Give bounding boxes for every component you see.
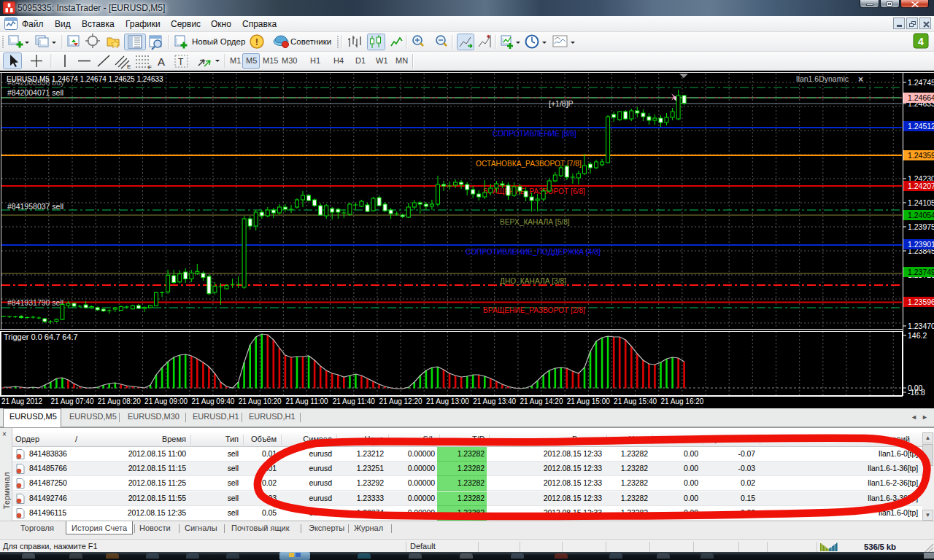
svg-text:СОПРОТИВЛЕНИЕ [8/8]: СОПРОТИВЛЕНИЕ [8/8] — [493, 130, 576, 138]
svg-text:1.23596: 1.23596 — [908, 298, 934, 306]
svg-text:1.24054: 1.24054 — [908, 211, 934, 219]
svg-text:1.24207: 1.24207 — [908, 182, 934, 190]
svg-text:1.24745: 1.24745 — [908, 78, 934, 87]
svg-text:146.2: 146.2 — [908, 331, 927, 340]
svg-text:!: ! — [255, 36, 258, 47]
svg-text:Новый Ордер: Новый Ордер — [192, 37, 245, 46]
svg-text:21 Aug 08:20: 21 Aug 08:20 — [98, 397, 141, 405]
svg-text:21 Aug 07:40: 21 Aug 07:40 — [51, 397, 94, 405]
svg-text:#841958037 sell: #841958037 sell — [7, 202, 63, 211]
svg-text:21 Aug 2012: 21 Aug 2012 — [1, 397, 43, 405]
svg-text:EURUSD,M5 1.24674 1.24674 1.2: EURUSD,M5 1.24674 1.24674 1.24625 1.2463… — [7, 75, 163, 83]
svg-text:1.24359: 1.24359 — [908, 151, 934, 160]
svg-text:A: A — [158, 55, 165, 68]
svg-text:21 Aug 14:20: 21 Aug 14:20 — [520, 397, 563, 405]
svg-text:21 Aug 10:20: 21 Aug 10:20 — [239, 397, 282, 405]
svg-text:4: 4 — [918, 36, 924, 47]
svg-text:1.24512: 1.24512 — [908, 122, 934, 131]
svg-text:1.24105: 1.24105 — [908, 198, 934, 207]
svg-text:Советники: Советники — [290, 37, 331, 46]
svg-text:ДНО_КАНАЛА [3/8]: ДНО_КАНАЛА [3/8] — [500, 277, 566, 285]
svg-text:×: × — [858, 74, 863, 85]
svg-text:Trigger 0.0 64.7 64.7: Trigger 0.0 64.7 64.7 — [4, 332, 78, 341]
svg-text:21 Aug 13:00: 21 Aug 13:00 — [426, 397, 469, 405]
svg-text:T: T — [178, 57, 184, 67]
svg-text:21 Aug 11:40: 21 Aug 11:40 — [333, 397, 376, 405]
svg-text:21 Aug 16:20: 21 Aug 16:20 — [660, 397, 703, 405]
svg-text:21 Aug 11:00: 21 Aug 11:00 — [285, 397, 328, 405]
svg-text:[+1/8]P: [+1/8]P — [549, 99, 574, 108]
svg-text:21 Aug 09:00: 21 Aug 09:00 — [144, 397, 188, 405]
svg-text:ВРАЩЕНИЕ_РАЗВОРОТ [2/8]: ВРАЩЕНИЕ_РАЗВОРОТ [2/8] — [483, 306, 585, 314]
svg-text:21 Aug 15:40: 21 Aug 15:40 — [614, 397, 657, 405]
svg-text:#842004071 sell: #842004071 sell — [7, 88, 63, 97]
svg-text:СОПРОТИВЛЕНИЕ_ПОДДЕРЖКА [4/8]: СОПРОТИВЛЕНИЕ_ПОДДЕРЖКА [4/8] — [466, 248, 601, 256]
svg-text:F: F — [148, 64, 152, 71]
svg-text:1.24664: 1.24664 — [908, 93, 934, 102]
svg-text:#841931790 sell: #841931790 sell — [7, 298, 63, 307]
svg-text:1.23749: 1.23749 — [908, 268, 934, 276]
svg-text:ВЕРХ_КАНАЛА [5/8]: ВЕРХ_КАНАЛА [5/8] — [500, 218, 570, 226]
svg-text:-16.8: -16.8 — [908, 388, 925, 397]
svg-text:E: E — [127, 63, 131, 70]
svg-text:21 Aug 13:40: 21 Aug 13:40 — [473, 397, 516, 405]
svg-text:1.23901: 1.23901 — [908, 240, 934, 249]
svg-text:ВРАЩЕНИЕ_РАЗВОРОТ [6/8]: ВРАЩЕНИЕ_РАЗВОРОТ [6/8] — [483, 187, 585, 195]
svg-text:1.23975: 1.23975 — [908, 222, 934, 231]
svg-text:21 Aug 15:00: 21 Aug 15:00 — [567, 397, 610, 405]
svg-text:21 Aug 09:40: 21 Aug 09:40 — [191, 397, 234, 405]
svg-text:Ilan1.6Dynamic: Ilan1.6Dynamic — [796, 74, 849, 83]
svg-text:1.23470: 1.23470 — [908, 322, 934, 330]
svg-text:21 Aug 12:20: 21 Aug 12:20 — [379, 397, 422, 405]
